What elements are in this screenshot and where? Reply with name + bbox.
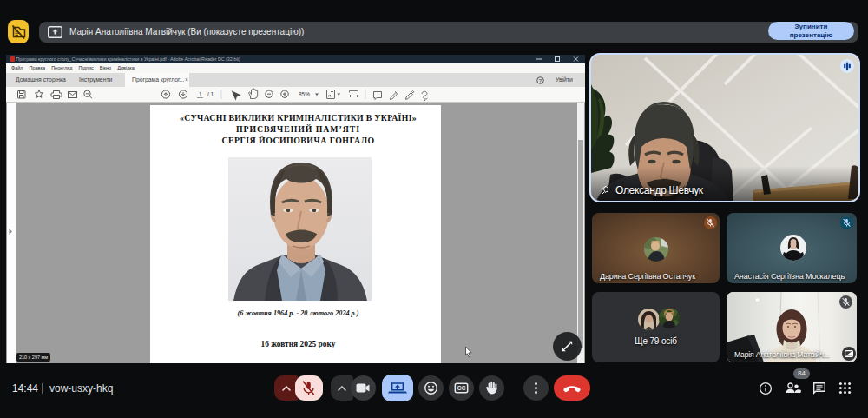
svg-text:/ 1: / 1 [207, 91, 214, 97]
svg-text:85%: 85% [299, 91, 310, 97]
svg-text:?: ? [539, 78, 542, 83]
svg-text:CC: CC [457, 385, 465, 391]
svg-text:1: 1 [199, 91, 202, 97]
